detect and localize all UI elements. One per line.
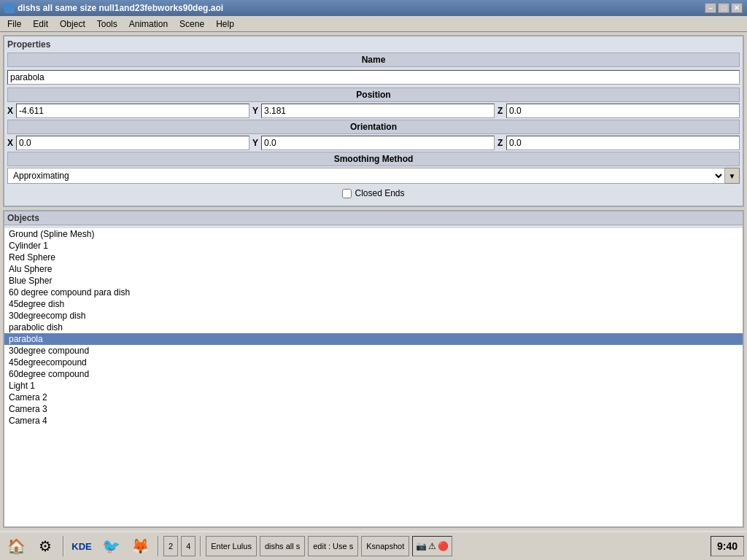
object-item[interactable]: 30degree compound <box>4 345 743 357</box>
taskbar-separator-3 <box>200 536 201 556</box>
smoothing-select[interactable]: Approximating <box>7 168 725 184</box>
clock: 9:40 <box>711 536 744 556</box>
object-item[interactable]: Camera 2 <box>4 392 743 403</box>
titlebar-title: dishs all same size null1and23febworks90… <box>18 3 223 13</box>
app-icon <box>4 3 15 13</box>
task-dishs[interactable]: dishs all s <box>260 536 305 556</box>
tray-icon-camera: 📷 <box>416 541 427 551</box>
bird-icon[interactable]: 🐦 <box>98 534 124 559</box>
menu-item-animation[interactable]: Animation <box>123 18 174 31</box>
object-item[interactable]: Cylinder 1 <box>4 240 743 252</box>
object-item[interactable]: Red Sphere <box>4 252 743 263</box>
closed-ends-row: Closed Ends <box>7 185 740 201</box>
pos-x-input[interactable] <box>16 104 249 118</box>
object-item[interactable]: parabolic dish <box>4 322 743 333</box>
smoothing-wrapper: Approximating ▼ <box>7 168 740 184</box>
ori-z-label: Z <box>498 138 505 148</box>
task-edit[interactable]: edit : Use s <box>308 536 358 556</box>
ori-z-input[interactable] <box>506 136 740 150</box>
smoothing-dropdown-btn[interactable]: ▼ <box>725 168 740 184</box>
properties-title: Properties <box>7 39 740 50</box>
menu-item-tools[interactable]: Tools <box>91 18 123 31</box>
object-item[interactable]: Ground (Spline Mesh) <box>4 228 743 240</box>
smoothing-row: Approximating ▼ <box>7 168 740 184</box>
object-item[interactable]: Alu Sphere <box>4 263 743 275</box>
gear-icon[interactable]: ⚙ <box>32 534 58 559</box>
menu-item-edit[interactable]: Edit <box>27 18 54 31</box>
menu-item-scene[interactable]: Scene <box>174 18 210 31</box>
ori-x-label: X <box>7 138 15 148</box>
object-item[interactable]: 60degree compound <box>4 368 743 380</box>
object-item[interactable]: Camera 3 <box>4 403 743 415</box>
object-item[interactable]: Camera 4 <box>4 415 743 427</box>
position-section-header: Position <box>7 88 740 102</box>
titlebar: dishs all same size null1and23febworks90… <box>0 0 747 16</box>
name-input[interactable] <box>7 70 740 85</box>
maximize-button[interactable]: □ <box>718 3 729 13</box>
task-ksnapshot[interactable]: Ksnapshot <box>361 536 409 556</box>
pos-x-label: X <box>7 106 15 116</box>
objects-title: Objects <box>4 211 743 225</box>
main-content: Properties Name Position X Y Z Orientati… <box>0 32 747 531</box>
objects-list[interactable]: Ground (Spline Mesh)Cylinder 1Red Sphere… <box>4 228 743 526</box>
system-tray: 📷 ⚠ 🔴 <box>412 536 452 556</box>
objects-panel: Objects Ground (Spline Mesh)Cylinder 1Re… <box>3 210 744 528</box>
home-icon[interactable]: 🏠 <box>3 534 29 559</box>
kde-icon[interactable]: KDE <box>69 534 95 559</box>
menu-item-file[interactable]: File <box>1 18 27 31</box>
task-btn-2[interactable]: 2 <box>163 536 178 556</box>
menubar: FileEditObjectToolsAnimationSceneHelp <box>0 16 747 32</box>
name-section-header: Name <box>7 52 740 67</box>
orientation-section-header: Orientation <box>7 120 740 134</box>
closed-ends-checkbox[interactable] <box>342 189 352 198</box>
ori-y-label: Y <box>252 138 260 148</box>
object-item[interactable]: Blue Spher <box>4 275 743 287</box>
pos-y-input[interactable] <box>261 104 495 118</box>
orientation-row: X Y Z <box>7 136 740 150</box>
taskbar: 🏠 ⚙ KDE 🐦 🦊 2 4 Enter Lulus dishs all s … <box>0 531 747 560</box>
minimize-button[interactable]: – <box>705 3 716 13</box>
task-enter-lulus[interactable]: Enter Lulus <box>206 536 257 556</box>
menu-item-object[interactable]: Object <box>54 18 91 31</box>
task-btn-4[interactable]: 4 <box>181 536 196 556</box>
closed-ends-label: Closed Ends <box>355 188 404 198</box>
object-item[interactable]: Light 1 <box>4 380 743 392</box>
pos-z-input[interactable] <box>506 104 740 118</box>
position-row: X Y Z <box>7 104 740 118</box>
close-button[interactable]: ✕ <box>731 3 743 13</box>
object-item[interactable]: parabola <box>4 333 743 345</box>
tray-icon-red: 🔴 <box>438 541 449 551</box>
taskbar-separator-1 <box>63 536 64 556</box>
object-item[interactable]: 45degreecompound <box>4 357 743 368</box>
properties-panel: Properties Name Position X Y Z Orientati… <box>3 35 744 207</box>
tray-icon-warning: ⚠ <box>428 541 436 551</box>
menu-item-help[interactable]: Help <box>210 18 240 31</box>
pos-y-label: Y <box>252 106 260 116</box>
titlebar-controls: – □ ✕ <box>705 3 743 13</box>
object-item[interactable]: 45degree dish <box>4 298 743 310</box>
object-item[interactable]: 60 degree compound para dish <box>4 287 743 298</box>
firefox-icon[interactable]: 🦊 <box>127 534 153 559</box>
pos-z-label: Z <box>498 106 505 116</box>
smoothing-section-header: Smoothing Method <box>7 152 740 166</box>
ori-x-input[interactable] <box>16 136 249 150</box>
ori-y-input[interactable] <box>261 136 495 150</box>
object-item[interactable]: 30degreecomp dish <box>4 310 743 322</box>
titlebar-left: dishs all same size null1and23febworks90… <box>4 3 223 13</box>
taskbar-separator-2 <box>158 536 159 556</box>
